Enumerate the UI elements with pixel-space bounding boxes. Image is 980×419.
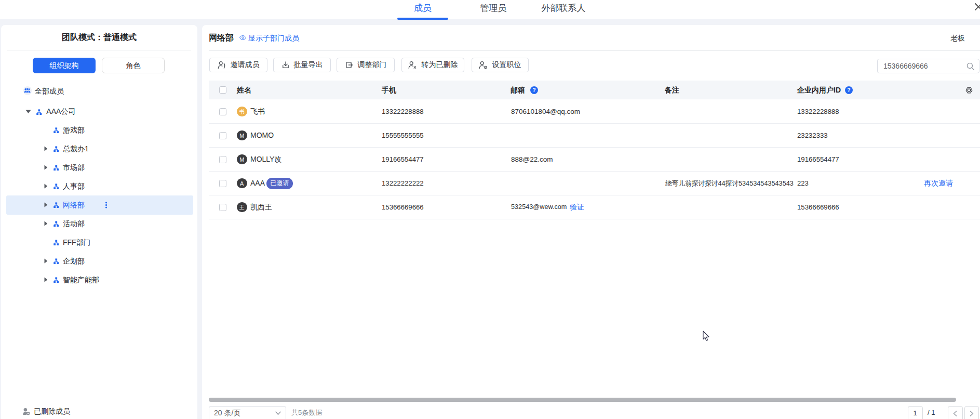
svg-text:?: ?	[847, 87, 850, 93]
svg-text:?: ?	[532, 87, 535, 93]
